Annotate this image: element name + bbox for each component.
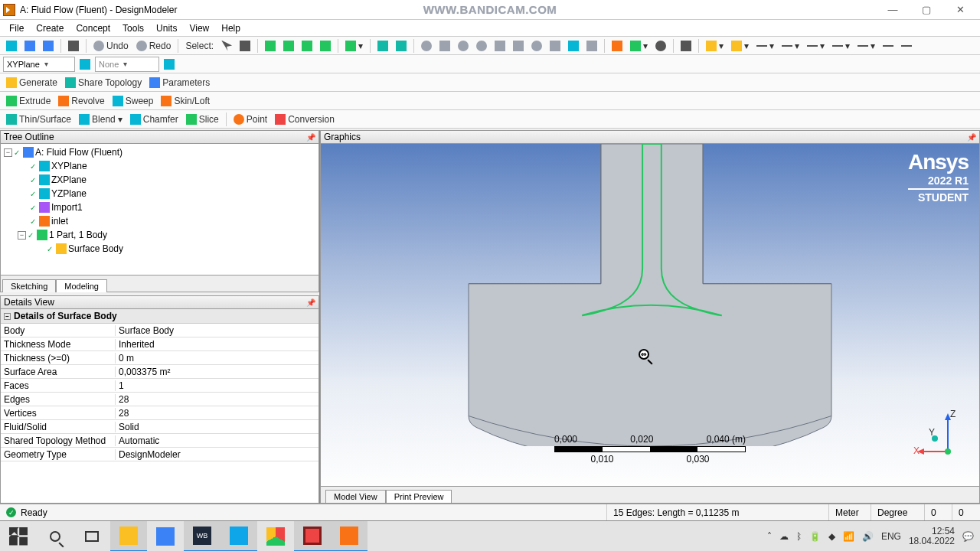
sel-edges-button[interactable] — [280, 38, 297, 54]
magnify-button[interactable] — [528, 38, 545, 54]
tray-clock[interactable]: 12:54 18.04.2022 — [909, 527, 955, 546]
split1-button[interactable]: ▾ — [728, 38, 752, 54]
parameters-button[interactable]: Parameters — [146, 75, 213, 90]
ansys-wb-button[interactable]: WB — [184, 521, 220, 552]
revolve-button[interactable]: Revolve — [55, 93, 107, 109]
point-button[interactable]: Point — [230, 112, 270, 127]
coord-button[interactable] — [678, 38, 694, 54]
zoom-out-button[interactable] — [473, 38, 490, 54]
system-tray[interactable]: ˄ ☁ ᛒ 🔋 ◆ 📶 🔊 ENG 12:54 18.04.2022 💬 — [761, 527, 980, 546]
redo-button[interactable]: Redo — [133, 38, 175, 54]
bandicam-button[interactable] — [294, 521, 331, 552]
file-explorer-button[interactable] — [110, 521, 147, 552]
menu-file[interactable]: File — [3, 21, 30, 35]
select-new-button[interactable] — [237, 38, 253, 54]
mail-button[interactable] — [147, 521, 184, 552]
menu-help[interactable]: Help — [215, 21, 247, 35]
tab-print-preview[interactable]: Print Preview — [386, 490, 452, 503]
task-view-button[interactable] — [74, 521, 110, 552]
save-button[interactable] — [21, 38, 38, 54]
slice-button[interactable]: Slice — [183, 112, 222, 127]
menu-units[interactable]: Units — [150, 21, 183, 35]
pin-icon[interactable]: 📌 — [306, 298, 315, 307]
tree-item-xyplane[interactable]: XYPlane — [1, 159, 318, 173]
line7-button[interactable] — [898, 38, 915, 54]
search-button[interactable] — [37, 521, 74, 552]
menu-view[interactable]: View — [183, 21, 215, 35]
tree-item-yzplane[interactable]: YZPlane — [1, 187, 318, 201]
tree-item-surface-body[interactable]: Surface Body — [1, 242, 318, 256]
export-button[interactable] — [40, 38, 57, 54]
detail-row-thickness-mode[interactable]: Thickness ModeInherited — [1, 337, 318, 351]
next-view-button[interactable] — [565, 38, 582, 54]
refresh-button[interactable] — [3, 38, 20, 54]
iso-view-button[interactable] — [583, 38, 600, 54]
menu-tools[interactable]: Tools — [116, 21, 150, 35]
look-at-button[interactable] — [609, 38, 626, 54]
collapse-icon[interactable]: − — [4, 148, 12, 157]
zoom-fit-button[interactable] — [510, 38, 527, 54]
detail-row-fluid-solid[interactable]: Fluid/SolidSolid — [1, 420, 318, 434]
model-geometry[interactable] — [466, 144, 834, 446]
line1-button[interactable]: ▾ — [753, 38, 777, 54]
share-topology-button[interactable]: Share Topology — [62, 75, 145, 90]
tray-volume-icon[interactable]: 🔊 — [862, 531, 874, 542]
prev-view-button[interactable] — [547, 38, 564, 54]
triad-icon[interactable]: Z X Y — [913, 409, 967, 463]
chrome-button[interactable] — [257, 521, 294, 552]
tray-notifications-icon[interactable]: 💬 — [962, 531, 974, 542]
plane-combo[interactable]: XYPlane — [3, 57, 75, 72]
tab-sketching[interactable]: Sketching — [2, 279, 56, 292]
line5-button[interactable]: ▾ — [854, 38, 878, 54]
line6-button[interactable] — [880, 38, 897, 54]
tray-bluetooth-icon[interactable]: ᛒ — [796, 531, 802, 542]
tray-wifi-icon[interactable]: 📶 — [843, 531, 854, 542]
tree-item-inlet[interactable]: inlet — [1, 214, 318, 228]
box-select-button[interactable]: ▾ — [342, 38, 366, 54]
display-mode-button[interactable]: ▾ — [627, 38, 651, 54]
sweep-button[interactable]: Sweep — [109, 93, 157, 109]
line4-button[interactable]: ▾ — [829, 38, 853, 54]
rotate-button[interactable] — [418, 38, 435, 54]
select-cursor-button[interactable] — [218, 38, 235, 54]
tray-battery-icon[interactable]: 🔋 — [809, 531, 821, 542]
new-sketch-button[interactable] — [161, 57, 178, 72]
start-button[interactable] — [0, 521, 37, 552]
detail-row-thickness[interactable]: Thickness (>=0)0 m — [1, 351, 318, 365]
tab-model-view[interactable]: Model View — [325, 490, 386, 503]
detail-row-body[interactable]: BodySurface Body — [1, 324, 318, 337]
new-plane-button[interactable] — [77, 57, 93, 72]
display-point-button[interactable] — [652, 38, 669, 54]
tree-item-zxplane[interactable]: ZXPlane — [1, 173, 318, 187]
tray-nvidia-icon[interactable]: ◆ — [828, 531, 835, 542]
shrink-sel-button[interactable] — [393, 38, 410, 54]
undo-button[interactable]: Undo — [90, 38, 132, 54]
chamfer-button[interactable]: Chamfer — [127, 112, 181, 127]
detail-row-shared-topology[interactable]: Shared Topology MethodAutomatic — [1, 434, 318, 448]
tray-chevron-icon[interactable]: ˄ — [767, 531, 772, 542]
ansys-dm-button[interactable] — [220, 521, 257, 552]
pin-icon[interactable]: 📌 — [967, 133, 976, 142]
pin-icon[interactable]: 📌 — [306, 133, 315, 142]
tree-item-import1[interactable]: Import1 — [1, 201, 318, 214]
details-group-header[interactable]: −Details of Surface Body — [1, 309, 318, 324]
zoom-box-button[interactable] — [492, 38, 508, 54]
menu-create[interactable]: Create — [30, 21, 70, 35]
collapse-icon[interactable]: − — [18, 231, 26, 240]
ruler-button[interactable]: ▾ — [703, 38, 727, 54]
extend-sel-button[interactable] — [374, 38, 391, 54]
graphics-viewport[interactable]: Ansys 2022 R1 STUDENT ⇔ — [320, 144, 980, 487]
sel-bodies-button[interactable] — [317, 38, 334, 54]
maximize-button[interactable]: ▢ — [910, 0, 943, 20]
sketch-combo[interactable]: None — [95, 57, 159, 72]
extrude-button[interactable]: Extrude — [3, 93, 54, 109]
close-button[interactable]: ✕ — [943, 0, 977, 20]
tab-modeling[interactable]: Modeling — [56, 279, 107, 292]
sel-faces-button[interactable] — [299, 38, 315, 54]
blend-button[interactable]: Blend ▾ — [76, 112, 126, 127]
line3-button[interactable]: ▾ — [804, 38, 828, 54]
zoom-in-button[interactable] — [455, 38, 472, 54]
tree-outline[interactable]: − A: Fluid Flow (Fluent) XYPlane ZXPlane… — [0, 144, 319, 276]
skinloft-button[interactable]: Skin/Loft — [158, 93, 213, 109]
line2-button[interactable]: ▾ — [779, 38, 802, 54]
